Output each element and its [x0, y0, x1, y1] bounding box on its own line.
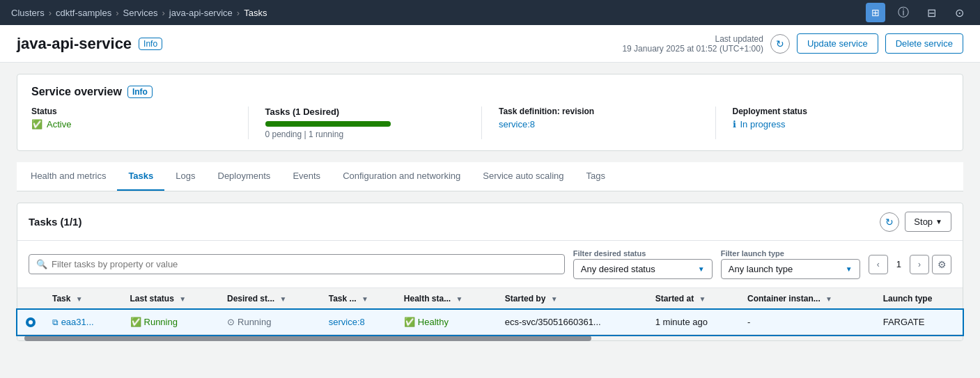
- healthy-icon: ✅: [404, 317, 415, 327]
- container-sort-icon[interactable]: ▼: [825, 295, 832, 303]
- last-status-sort-icon[interactable]: ▼: [179, 295, 186, 303]
- header-actions: Last updated 19 January 2025 at 01:52 (U…: [622, 33, 963, 54]
- next-page-button[interactable]: ›: [910, 255, 929, 274]
- tabs-bar: Health and metrics Tasks Logs Deployment…: [17, 162, 963, 191]
- stop-button[interactable]: Stop ▼: [905, 212, 951, 232]
- running-icon: ✅: [130, 317, 141, 327]
- nav-icons: ⊞ ⓘ ⊟ ⊙: [866, 3, 969, 22]
- tasks-table: Task ▼ Last status ▼ Desired st... ▼ Tas…: [17, 288, 963, 335]
- pagination-group: ‹ 1 › ⚙: [869, 255, 951, 274]
- started-at-cell: 1 minute ago: [647, 310, 739, 335]
- grid-view-icon[interactable]: ⊞: [866, 3, 885, 22]
- top-navigation: Clusters › cdktf-samples › Services › ja…: [0, 0, 980, 25]
- desired-status-cell: ⊙ Running: [219, 310, 320, 335]
- launch-type-cell: FARGATE: [875, 310, 963, 335]
- deployment-status-value: ℹ In progress: [733, 119, 933, 129]
- started-at-sort-icon[interactable]: ▼: [699, 295, 706, 303]
- status-section: Status ✅ Active: [31, 107, 249, 139]
- table-settings-button[interactable]: ⚙: [932, 255, 951, 274]
- health-status-cell: ✅ Healthy: [396, 310, 497, 335]
- tab-deployments[interactable]: Deployments: [207, 162, 282, 191]
- col-last-status: Last status ▼: [122, 288, 219, 310]
- tab-health[interactable]: Health and metrics: [20, 162, 117, 191]
- breadcrumb-services[interactable]: Services: [123, 8, 158, 18]
- settings-icon[interactable]: ⊙: [949, 3, 969, 22]
- tab-logs[interactable]: Logs: [164, 162, 206, 191]
- horizontal-scrollbar[interactable]: [17, 335, 963, 340]
- task-def-cell: service:8: [320, 310, 396, 335]
- page-title-group: java-api-service Info: [17, 35, 162, 53]
- info-badge[interactable]: Info: [139, 38, 162, 50]
- progress-bar-container: [265, 121, 391, 127]
- tab-tasks[interactable]: Tasks: [117, 162, 164, 191]
- service-overview-card: Service overview Info Status ✅ Active Ta…: [17, 74, 963, 151]
- copy-task-icon[interactable]: ⧉: [52, 317, 59, 327]
- tasks-overview-section: Tasks (1 Desired) 0 pending | 1 running: [265, 107, 483, 139]
- search-icon: 🔍: [36, 259, 47, 269]
- col-launch-type: Launch type: [875, 288, 963, 310]
- task-def-row-link[interactable]: service:8: [329, 317, 365, 327]
- filter-desired-arrow-icon: ▼: [698, 265, 705, 273]
- task-sort-icon[interactable]: ▼: [76, 295, 83, 303]
- started-by-sort-icon[interactable]: ▼: [551, 295, 558, 303]
- last-updated-time: 19 January 2025 at 01:52 (UTC+1:00): [622, 44, 763, 54]
- health-status-value: ✅ Healthy: [404, 317, 488, 327]
- col-health-status: Health sta... ▼: [396, 288, 497, 310]
- table-row[interactable]: ⧉ eaa31... ✅ Running ⊙ Running: [17, 310, 963, 335]
- col-started-at: Started at ▼: [647, 288, 739, 310]
- desired-running-icon: ⊙: [227, 317, 235, 327]
- filter-desired-select[interactable]: Any desired status ▼: [573, 259, 713, 279]
- filter-desired-label: Filter desired status: [573, 249, 713, 258]
- col-task-def: Task ... ▼: [320, 288, 396, 310]
- breadcrumb-cdktf-samples[interactable]: cdktf-samples: [56, 8, 111, 18]
- row-radio[interactable]: [17, 310, 44, 335]
- delete-service-button[interactable]: Delete service: [885, 33, 963, 54]
- stop-chevron-icon: ▼: [935, 218, 942, 226]
- overview-info-badge[interactable]: Info: [127, 86, 153, 98]
- task-def-link[interactable]: service:8: [499, 119, 535, 129]
- tab-configuration[interactable]: Configuration and networking: [332, 162, 472, 191]
- prev-page-button[interactable]: ‹: [869, 255, 888, 274]
- filter-launch-label: Filter launch type: [721, 249, 860, 258]
- update-service-button[interactable]: Update service: [797, 33, 878, 54]
- col-started-by: Started by ▼: [497, 288, 647, 310]
- desired-status-value: ⊙ Running: [227, 317, 312, 327]
- task-def-sort-icon[interactable]: ▼: [361, 295, 368, 303]
- task-id-link[interactable]: eaa31...: [61, 317, 94, 327]
- tab-events[interactable]: Events: [281, 162, 332, 191]
- breadcrumb-clusters[interactable]: Clusters: [11, 8, 45, 18]
- task-id-cell: ⧉ eaa31...: [44, 310, 122, 335]
- info-icon[interactable]: ⓘ: [894, 3, 913, 22]
- tasks-card: Tasks (1/1) ↻ Stop ▼ 🔍 Filter desired st…: [17, 203, 963, 341]
- filter-search-box[interactable]: 🔍: [29, 254, 565, 274]
- last-updated-label: Last updated: [622, 34, 763, 44]
- breadcrumb: Clusters › cdktf-samples › Services › ja…: [11, 8, 267, 18]
- tab-tags[interactable]: Tags: [575, 162, 616, 191]
- table-header-row: Task ▼ Last status ▼ Desired st... ▼ Tas…: [17, 288, 963, 310]
- in-progress-icon: ℹ: [733, 119, 736, 129]
- status-value: ✅ Active: [31, 119, 231, 129]
- tasks-refresh-button[interactable]: ↻: [880, 212, 899, 232]
- filter-row: 🔍 Filter desired status Any desired stat…: [17, 241, 963, 288]
- breadcrumb-java-api-service[interactable]: java-api-service: [169, 8, 233, 18]
- service-overview-title: Service overview Info: [31, 86, 949, 98]
- status-label: Status: [31, 107, 231, 116]
- tab-scaling[interactable]: Service auto scaling: [472, 162, 575, 191]
- radio-selected-icon: [26, 317, 36, 327]
- last-status-value: ✅ Running: [130, 317, 211, 327]
- tasks-count-title: Tasks (1/1): [29, 216, 81, 228]
- refresh-button[interactable]: ↻: [770, 34, 790, 54]
- health-sort-icon[interactable]: ▼: [456, 295, 463, 303]
- search-input[interactable]: [52, 259, 557, 269]
- status-check-icon: ✅: [31, 119, 42, 129]
- filter-launch-arrow-icon: ▼: [846, 265, 853, 273]
- page-title: java-api-service: [17, 35, 132, 53]
- col-task: Task ▼: [44, 288, 122, 310]
- desired-status-sort-icon[interactable]: ▼: [279, 295, 286, 303]
- task-def-section: Task definition: revision service:8: [499, 107, 716, 139]
- filter-launch-select[interactable]: Any launch type ▼: [721, 259, 860, 279]
- scrollbar-thumb[interactable]: [24, 336, 591, 341]
- col-desired-status: Desired st... ▼: [219, 288, 320, 310]
- progress-bar-fill: [265, 121, 391, 127]
- bookmark-icon[interactable]: ⊟: [921, 3, 941, 22]
